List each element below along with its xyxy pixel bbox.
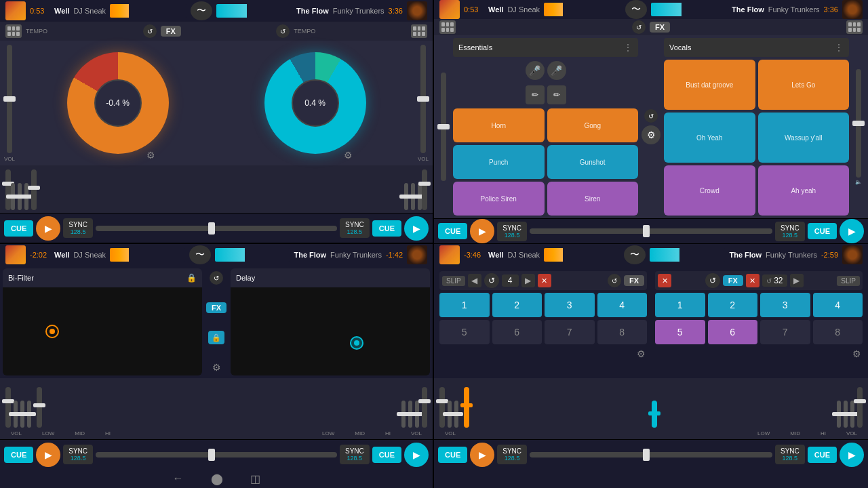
eq-s8[interactable] xyxy=(454,401,458,428)
play-btn-6[interactable]: ▶ xyxy=(404,443,429,467)
play-btn-5[interactable]: ▶ xyxy=(36,443,60,467)
cue-btn-8[interactable]: CUE xyxy=(808,447,837,463)
vol-fader-br3[interactable] xyxy=(857,387,863,428)
tempo-slider-thumb-left[interactable] xyxy=(3,96,16,102)
sync-btn-8[interactable]: SYNC 128.5 xyxy=(775,445,805,464)
sync-circle-right[interactable]: ↺ xyxy=(632,20,646,34)
loop-pad-r1[interactable]: 1 xyxy=(655,293,705,317)
loop-pad-r8[interactable]: 8 xyxy=(813,320,863,344)
fx-btn-active[interactable]: FX xyxy=(206,302,226,313)
sync-icon-left[interactable]: ↺ xyxy=(143,24,157,38)
loop-pad-r5[interactable]: 5 xyxy=(655,320,705,344)
pad-bust[interactable]: Bust dat groove xyxy=(664,60,755,110)
eq-s6[interactable] xyxy=(415,401,419,428)
crossfader-bottom-right[interactable] xyxy=(530,452,772,458)
x-btn-right2[interactable]: ✕ xyxy=(746,274,760,287)
crossfader-right-top[interactable] xyxy=(530,228,772,234)
turntable-blue[interactable]: 0.4 % ⚙ xyxy=(264,52,366,154)
play-btn-4[interactable]: ▶ xyxy=(840,219,864,243)
loop-sync-icon-left[interactable]: ↺ xyxy=(608,274,621,287)
vol-fader-right[interactable] xyxy=(422,169,427,210)
cue-btn-7[interactable]: CUE xyxy=(438,447,467,463)
tempo-slider-left[interactable]: VOL xyxy=(3,43,16,163)
fx-canvas-delay[interactable] xyxy=(231,287,430,375)
fx-dot-blue[interactable] xyxy=(350,336,363,350)
crossfader-left[interactable] xyxy=(96,226,337,231)
cue-btn-3[interactable]: CUE xyxy=(438,223,467,239)
sync-icon-right[interactable]: ↺ xyxy=(276,24,290,38)
pads-vol-slider-right[interactable] xyxy=(856,69,861,178)
essentials-more-btn[interactable]: ⋮ xyxy=(623,42,633,53)
vol-fader-br2[interactable] xyxy=(439,387,445,428)
pad-wassup[interactable]: Wassup y'all xyxy=(758,113,850,163)
sync-btn-3[interactable]: SYNC 128.5 xyxy=(497,222,527,241)
settings-icon-right[interactable]: ⚙ xyxy=(344,150,353,161)
loop-pad-5[interactable]: 5 xyxy=(439,320,490,344)
grid-btn-pads-left[interactable] xyxy=(439,20,456,34)
play-btn-1[interactable]: ▶ xyxy=(36,216,60,241)
eq-s3[interactable] xyxy=(27,401,31,428)
wave-icon-bl[interactable]: 〜 xyxy=(189,245,211,264)
pad-horn[interactable]: Horn xyxy=(453,108,545,142)
fx-dot-orange[interactable] xyxy=(45,325,59,338)
tempo-slider-right[interactable]: VOL xyxy=(416,43,430,163)
tempo-slider-thumb-right[interactable] xyxy=(417,96,429,102)
loop-pad-3[interactable]: 3 xyxy=(545,293,595,317)
fx-sync-btn[interactable]: ↺ xyxy=(210,271,223,285)
fx-lock-btn[interactable]: 🔒 xyxy=(208,331,224,344)
pen-btn-right[interactable]: ✏ xyxy=(547,85,566,104)
loop-fx-left[interactable]: FX xyxy=(624,275,644,286)
pen-btn-left[interactable]: ✏ xyxy=(526,85,545,104)
pad-letsgo[interactable]: Lets Go xyxy=(758,60,850,110)
pad-punch[interactable]: Punch xyxy=(453,145,545,179)
loop-pad-r2[interactable]: 2 xyxy=(708,293,758,317)
loop-pad-1[interactable]: 1 xyxy=(439,293,490,317)
crossfader-bottom-left[interactable] xyxy=(96,452,337,458)
loop-fx-right[interactable]: FX xyxy=(723,275,743,286)
pad-siren[interactable]: Siren xyxy=(547,182,639,216)
sync-btn-7[interactable]: SYNC 128.5 xyxy=(497,445,527,464)
mic-btn-right[interactable]: 🎤 xyxy=(547,61,566,80)
center-sync-pads[interactable]: ↺ xyxy=(644,109,658,123)
wave-icon-left[interactable]: 〜 xyxy=(191,1,212,20)
cue-btn-1[interactable]: CUE xyxy=(4,220,33,237)
tempo-slider-track-left[interactable] xyxy=(7,45,12,153)
fader-center-bl[interactable] xyxy=(37,387,42,428)
pad-ohyeah[interactable]: Oh Yeah xyxy=(664,113,755,163)
sync-btn-4[interactable]: SYNC 128.5 xyxy=(775,222,805,241)
grid-btn-pads-right[interactable] xyxy=(846,20,863,34)
nav-home[interactable]: ⬤ xyxy=(211,472,223,485)
pad-crowd[interactable]: Crowd xyxy=(664,165,755,216)
eq-s11[interactable] xyxy=(850,401,854,428)
x-btn-right[interactable]: ✕ xyxy=(658,274,671,287)
nav-arrow-right-l[interactable]: ▶ xyxy=(521,274,535,287)
loop-pad-6[interactable]: 6 xyxy=(492,320,542,344)
fx-btn-right[interactable]: FX xyxy=(650,22,670,33)
pad-gong[interactable]: Gong xyxy=(547,108,639,142)
play-btn-3[interactable]: ▶ xyxy=(470,219,494,243)
wave-icon-right[interactable]: 〜 xyxy=(625,0,647,19)
mic-center[interactable]: ⚙ xyxy=(642,125,660,144)
play-btn-8[interactable]: ▶ xyxy=(840,443,864,467)
loop-gear-right[interactable]: ⚙ xyxy=(852,348,861,359)
cue-btn-2[interactable]: CUE xyxy=(372,220,401,237)
wave-icon-br[interactable]: 〜 xyxy=(624,245,646,264)
loop-sync-right[interactable]: ↺ xyxy=(705,273,720,288)
slip-btn-left[interactable]: SLIP xyxy=(442,276,465,286)
vocals-more-btn[interactable]: ⋮ xyxy=(834,42,844,53)
sync-btn-5[interactable]: SYNC 128.5 xyxy=(63,445,93,464)
play-btn-2[interactable]: ▶ xyxy=(404,216,429,241)
fader-center-br[interactable] xyxy=(464,387,469,428)
cue-btn-4[interactable]: CUE xyxy=(808,223,837,239)
vol-fader-br[interactable] xyxy=(422,387,427,428)
fx-canvas-bifilter[interactable] xyxy=(3,287,202,375)
fx-gear-btn[interactable]: ⚙ xyxy=(212,362,221,373)
lock-icon-bifilter[interactable]: 🔒 xyxy=(186,273,197,283)
nav-arrow-right-r[interactable]: ▶ xyxy=(790,274,804,287)
settings-icon-left[interactable]: ⚙ xyxy=(146,150,155,161)
pad-gunshot[interactable]: Gunshot xyxy=(547,145,639,179)
pad-ahyeah[interactable]: Ah yeah xyxy=(758,165,850,216)
nav-arrow-left-l[interactable]: ◀ xyxy=(468,274,481,287)
grid-btn-right[interactable] xyxy=(411,24,427,38)
fader-center-br2[interactable] xyxy=(652,401,657,428)
